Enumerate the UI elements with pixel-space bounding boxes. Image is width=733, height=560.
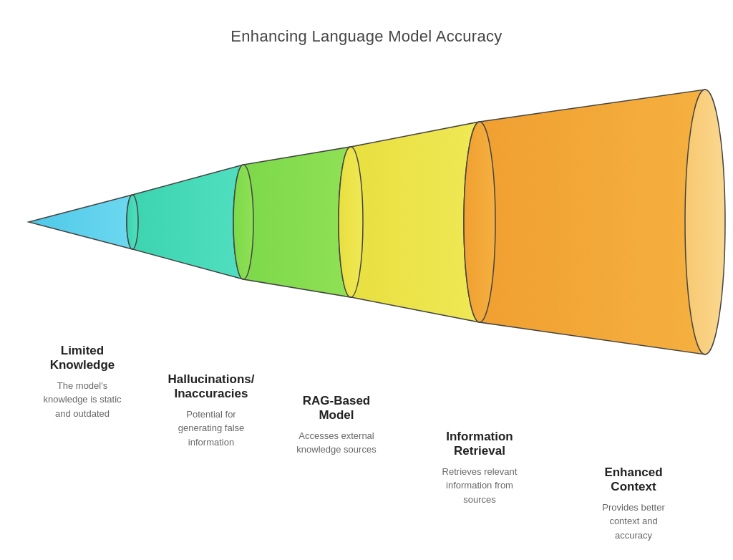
desc-enhanced-context: Provides better context and accuracy — [565, 501, 702, 543]
desc-limited-knowledge: The model's knowledge is static and outd… — [14, 379, 150, 421]
heading-information-retrieval: Information Retrieval — [412, 430, 548, 459]
desc-information-retrieval: Retrieves relevant information from sour… — [412, 465, 548, 507]
desc-rag-model: Accesses external knowledge sources — [268, 429, 404, 457]
heading-enhanced-context: Enhanced Context — [565, 465, 702, 495]
label-information-retrieval: Information Retrieval Retrieves relevant… — [412, 430, 548, 506]
label-rag-model: RAG-Based Model Accesses external knowle… — [268, 394, 404, 457]
heading-rag-model: RAG-Based Model — [268, 394, 404, 423]
desc-hallucinations: Potential for generating false informati… — [143, 407, 279, 450]
label-enhanced-context: Enhanced Context Provides better context… — [565, 465, 702, 542]
heading-limited-knowledge: Limited Knowledge — [14, 344, 150, 373]
label-limited-knowledge: Limited Knowledge The model's knowledge … — [14, 344, 150, 420]
label-hallucinations: Hallucinations/ Inaccuracies Potential f… — [143, 372, 279, 449]
page-title: Enhancing Language Model Accuracy — [0, 0, 733, 46]
heading-hallucinations: Hallucinations/ Inaccuracies — [143, 372, 279, 402]
